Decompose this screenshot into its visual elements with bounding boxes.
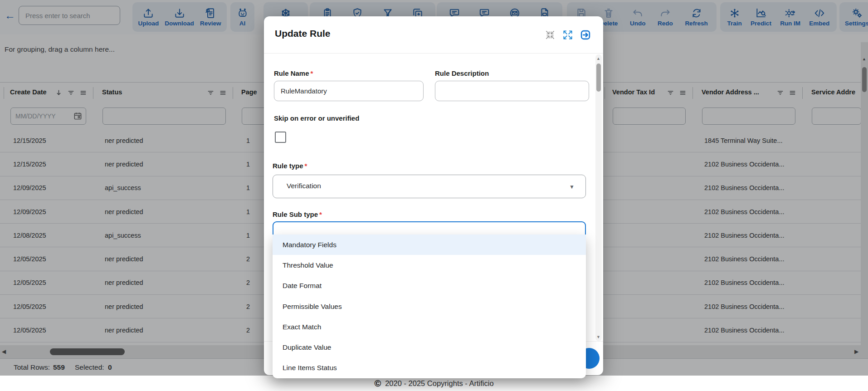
required-asterisk: * (305, 162, 307, 170)
required-asterisk: * (311, 69, 313, 77)
rule-name-input[interactable] (274, 81, 424, 101)
skip-on-error-label: Skip on error or unverified (274, 114, 359, 122)
exit-icon[interactable] (580, 29, 591, 41)
modal-scroll-down-icon[interactable]: ▼ (596, 335, 600, 339)
rule-sub-type-label: Rule Sub type* (273, 210, 322, 218)
required-asterisk: * (319, 210, 322, 218)
rule-description-label: Rule Description (435, 69, 489, 77)
copyright-icon: © (374, 379, 381, 388)
dropdown-option[interactable]: Date Format (273, 276, 586, 296)
expand-icon[interactable] (562, 29, 574, 41)
modal-scroll-thumb[interactable] (596, 64, 601, 92)
copyright-text: 2020 - 2025 Copyrights - Artificio (385, 379, 493, 388)
modal-scroll-up-icon[interactable]: ▲ (596, 56, 600, 61)
modal-scrollbar[interactable]: ▲ ▼ (595, 54, 602, 341)
dropdown-option[interactable]: Duplicate Value (273, 337, 586, 357)
app-root: ← UploadDownloadReviewAIDeleteUndoRedoRe… (0, 0, 868, 391)
chevron-down-icon: ▼ (569, 184, 575, 190)
collapse-icon[interactable] (544, 29, 556, 41)
skip-on-error-checkbox[interactable] (275, 132, 286, 143)
dropdown-option[interactable]: Exact Match (273, 317, 586, 337)
rule-sub-type-dropdown: Mandatory FieldsThreshold ValueDate Form… (273, 235, 586, 378)
modal-header: Update Rule (264, 16, 603, 54)
rule-type-select[interactable]: Verification ▼ (273, 175, 586, 198)
rule-description-input[interactable] (435, 81, 589, 101)
rule-type-label: Rule type* (273, 162, 307, 170)
modal-window-controls (544, 29, 591, 41)
rule-type-value: Verification (287, 182, 321, 190)
modal-title: Update Rule (275, 28, 331, 39)
dropdown-option[interactable]: Mandatory Fields (273, 235, 586, 255)
dropdown-option[interactable]: Permissible Values (273, 296, 586, 317)
dropdown-option[interactable]: Threshold Value (273, 255, 586, 275)
dropdown-option[interactable]: Line Items Status (273, 358, 586, 378)
rule-name-label: Rule Name* (274, 69, 313, 77)
